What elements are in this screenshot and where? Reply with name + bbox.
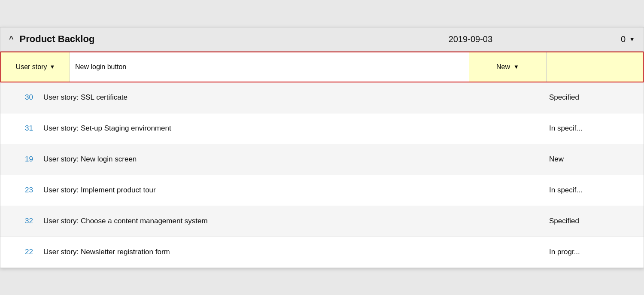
count-dropdown-arrow[interactable]: ▼ (629, 36, 635, 43)
item-id[interactable]: 23 (9, 186, 43, 195)
type-label: User story (16, 63, 47, 71)
status-dropdown-arrow: ▼ (513, 64, 519, 70)
header-row: ^ Product Backlog 2019-09-03 0 ▼ (0, 27, 644, 52)
new-item-row: User story ▼ New ▼ (0, 52, 644, 82)
type-selector[interactable]: User story ▼ (1, 52, 70, 82)
item-status: In progr... (549, 248, 635, 256)
title-input[interactable] (75, 63, 464, 71)
item-title: User story: Newsletter registration form (43, 248, 549, 256)
points-cell (547, 52, 643, 82)
collapse-button[interactable]: ^ (9, 35, 14, 44)
item-status: In specif... (549, 186, 635, 195)
item-title: User story: Set-up Staging environment (43, 124, 549, 133)
backlog-item: 19 User story: New login screen New (0, 144, 644, 175)
item-status: In specif... (549, 124, 635, 133)
item-status: New (549, 155, 635, 164)
status-label: New (496, 63, 510, 71)
header-count-wrapper: 0 ▼ (621, 34, 635, 44)
item-title: User story: Implement product tour (43, 186, 549, 195)
item-title: User story: SSL certificate (43, 93, 549, 102)
panel-title: Product Backlog (20, 33, 320, 45)
header-date: 2019-09-03 (320, 34, 621, 44)
item-status: Specified (549, 217, 635, 225)
status-selector[interactable]: New ▼ (469, 52, 547, 82)
item-title: User story: Choose a content management … (43, 217, 549, 225)
item-id[interactable]: 31 (9, 124, 43, 133)
title-cell (70, 52, 469, 82)
header-count: 0 (621, 34, 626, 44)
product-backlog-panel: ^ Product Backlog 2019-09-03 0 ▼ User st… (0, 27, 644, 268)
item-id[interactable]: 32 (9, 217, 43, 225)
item-title: User story: New login screen (43, 155, 549, 164)
type-dropdown-arrow: ▼ (50, 64, 55, 70)
backlog-item: 23 User story: Implement product tour In… (0, 175, 644, 206)
item-id[interactable]: 19 (9, 155, 43, 164)
backlog-item: 31 User story: Set-up Staging environmen… (0, 113, 644, 144)
item-id[interactable]: 22 (9, 248, 43, 256)
backlog-list: 30 User story: SSL certificate Specified… (0, 82, 644, 268)
backlog-item: 30 User story: SSL certificate Specified (0, 82, 644, 113)
backlog-item: 32 User story: Choose a content manageme… (0, 206, 644, 237)
item-status: Specified (549, 93, 635, 102)
backlog-item: 22 User story: Newsletter registration f… (0, 237, 644, 268)
item-id[interactable]: 30 (9, 93, 43, 102)
points-input[interactable] (547, 52, 643, 82)
